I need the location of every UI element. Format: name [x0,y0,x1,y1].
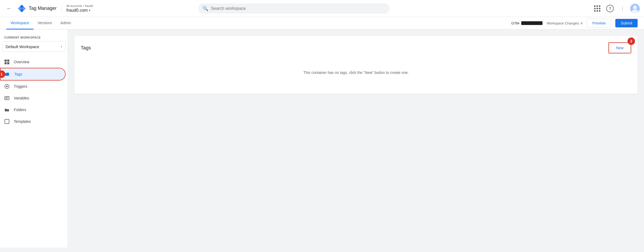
new-tag-button[interactable]: New [609,43,630,52]
sidebar-item-templates[interactable]: Templates [0,116,66,127]
help-icon: ? [606,5,614,12]
domain-caret-icon: ▾ [89,9,90,12]
variables-label: Variables [14,96,29,100]
help-button[interactable]: ? [605,3,615,14]
svg-rect-16 [5,96,9,100]
variables-icon [4,95,10,101]
svg-rect-10 [5,62,7,64]
svg-rect-18 [6,98,7,99]
avatar-icon [630,4,640,13]
svg-rect-19 [5,119,9,124]
triggers-icon [4,84,10,89]
overview-icon [4,59,10,65]
top-header: ← Tag Manager All accounts › fraud0 frau… [0,0,644,17]
main-content: Tags 2 New This container has no tags, c… [68,30,644,247]
grid-menu-button[interactable] [592,3,603,14]
search-input-wrap[interactable]: 🔍 [198,3,389,14]
folders-label: Folders [14,108,26,112]
tags-highlight-box: Tags [0,68,66,81]
empty-message: This container has no tags, click the "N… [87,70,625,75]
workspace-name: Default Workspace [6,44,39,49]
user-avatar[interactable] [630,4,640,13]
sub-nav: Workspace Versions Admin GTM- Workspace … [0,17,644,30]
account-breadcrumb: All accounts › fraud0 [66,4,93,7]
back-button[interactable]: ← [4,4,14,13]
gtm-logo [17,4,27,13]
svg-rect-8 [5,60,7,62]
app-name: Tag Manager [29,6,57,11]
search-icon: 🔍 [202,6,208,11]
svg-rect-9 [7,60,9,62]
tags-label: Tags [14,72,22,76]
sidebar-item-tags[interactable]: Tags [1,68,65,80]
header-actions: ? ⋮ [592,3,640,14]
preview-button[interactable]: Preview [587,19,611,28]
overview-label: Overview [14,60,29,64]
svg-point-6 [633,6,637,9]
search-bar: 🔍 [198,3,389,14]
new-btn-highlight: New [608,42,631,53]
main-layout: CURRENT WORKSPACE Default Workspace › Ov… [0,30,644,247]
tags-icon [5,72,10,77]
more-options-button[interactable]: ⋮ [617,3,628,14]
templates-label: Templates [14,119,31,124]
sidebar-item-triggers[interactable]: Triggers [0,81,66,92]
current-workspace-label: CURRENT WORKSPACE [0,34,68,40]
svg-rect-13 [6,73,9,75]
gtm-id-display: GTM- [511,21,543,25]
templates-icon [4,119,10,124]
card-title: Tags [81,45,91,51]
submit-button[interactable]: Submit [615,19,638,27]
sidebar: CURRENT WORKSPACE Default Workspace › Ov… [0,30,68,247]
tab-workspace[interactable]: Workspace [6,17,33,30]
search-input[interactable] [211,6,385,11]
workspace-selector[interactable]: Default Workspace › [2,41,66,52]
svg-rect-17 [6,97,8,98]
annotation-2: 2 [628,37,635,45]
account-domain-selector[interactable]: fraud0.com ▾ [66,8,93,13]
grid-icon [594,5,600,12]
sidebar-item-overview[interactable]: Overview [0,56,66,68]
tags-nav-wrapper: 1 Tags [0,68,68,81]
sidebar-item-folders[interactable]: Folders [0,104,66,116]
empty-state: This container has no tags, click the "N… [81,58,631,87]
triggers-label: Triggers [14,84,27,89]
vertical-dots-icon: ⋮ [620,6,625,11]
content-card: Tags 2 New This container has no tags, c… [74,36,638,94]
account-selector[interactable]: All accounts › fraud0 fraud0.com ▾ [62,4,93,13]
workspace-chevron-icon: › [61,44,62,49]
gtm-id-redacted [521,21,543,25]
sidebar-item-variables[interactable]: Variables [0,92,66,104]
tab-admin[interactable]: Admin [56,17,75,30]
svg-rect-11 [7,62,9,64]
card-header: Tags 2 New [81,42,631,53]
workspace-changes: Workspace Changes: 4 [547,21,583,25]
tab-versions[interactable]: Versions [33,17,56,30]
folders-icon [4,107,10,112]
logo-area: Tag Manager [17,4,57,13]
svg-point-15 [6,86,8,87]
new-btn-wrapper: 2 New [608,42,631,53]
sub-nav-right: GTM- Workspace Changes: 4 Preview Submit [511,19,638,28]
